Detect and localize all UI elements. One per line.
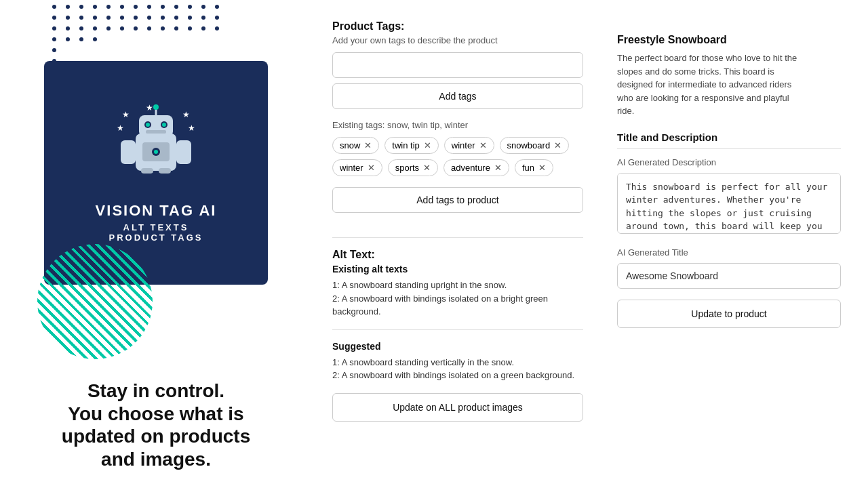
svg-point-2 (79, 5, 83, 9)
product-tags-subtitle: Add your own tags to describe the produc… (332, 35, 583, 45)
svg-rect-59 (141, 168, 153, 174)
tag-snow: snow ✕ (332, 137, 379, 154)
svg-rect-46 (139, 115, 173, 137)
svg-rect-55 (176, 140, 191, 164)
svg-point-14 (66, 16, 70, 20)
svg-point-7 (147, 5, 151, 9)
svg-point-5 (120, 5, 124, 9)
svg-point-19 (134, 16, 138, 20)
product-name: Freestyle Snowboard (617, 34, 841, 46)
remove-tag-snowboard[interactable]: ✕ (554, 141, 561, 150)
svg-rect-60 (159, 168, 171, 174)
tag-adventure: adventure ✕ (443, 159, 509, 176)
tag-sports: sports ✕ (388, 159, 438, 176)
svg-point-4 (106, 5, 111, 9)
svg-point-1 (66, 5, 70, 9)
section-divider (332, 237, 583, 238)
svg-point-0 (52, 5, 56, 9)
svg-point-6 (134, 5, 138, 9)
svg-point-11 (201, 5, 205, 9)
svg-point-37 (201, 26, 205, 30)
svg-point-35 (174, 26, 178, 30)
tag-winter-2: winter ✕ (332, 159, 382, 176)
svg-point-28 (79, 26, 83, 30)
alt-text-title: Alt Text: (332, 249, 583, 261)
svg-point-42 (93, 37, 97, 41)
existing-alt-title: Existing alt texts (332, 264, 583, 274)
star-decoration: ★ (188, 123, 195, 133)
svg-point-26 (52, 26, 56, 30)
suggested-title: Suggested (332, 341, 583, 352)
svg-point-20 (147, 16, 151, 20)
tagline-text: Stay in control. You choose what is upda… (55, 380, 257, 470)
svg-point-43 (52, 48, 56, 52)
svg-point-30 (106, 26, 111, 30)
remove-tag-winter-1[interactable]: ✕ (479, 141, 487, 150)
tag-snowboard: snowboard ✕ (500, 137, 570, 154)
middle-panel: Product Tags: Add your own tags to descr… (312, 0, 597, 488)
star-decoration: ★ (182, 110, 190, 119)
right-panel: Freestyle Snowboard The perfect board fo… (597, 0, 868, 488)
star-decoration: ★ (122, 110, 130, 119)
svg-point-32 (134, 26, 138, 30)
svg-rect-54 (121, 140, 136, 164)
svg-point-51 (146, 123, 150, 127)
left-panel: ★ ★ ★ ★ ★ (0, 0, 312, 488)
svg-point-15 (79, 16, 83, 20)
svg-point-39 (52, 37, 56, 41)
svg-point-38 (215, 26, 219, 30)
alt-divider (332, 329, 583, 330)
star-decoration: ★ (146, 103, 153, 113)
existing-alt-item-2: 2: A snowboard with bindings isolated on… (332, 292, 583, 319)
product-description: The perfect board for those who love to … (617, 52, 807, 118)
svg-point-58 (154, 150, 158, 154)
ai-title-input[interactable] (617, 263, 841, 289)
svg-point-22 (174, 16, 178, 20)
update-to-product-button[interactable]: Update to product (617, 300, 841, 328)
tags-container: snow ✕ twin tip ✕ winter ✕ snowboard ✕ w… (332, 137, 583, 176)
svg-point-36 (188, 26, 192, 30)
svg-point-18 (120, 16, 124, 20)
tag-input[interactable] (332, 52, 583, 78)
remove-tag-sports[interactable]: ✕ (423, 163, 431, 172)
add-tags-to-product-button[interactable]: Add tags to product (332, 187, 583, 213)
update-all-images-button[interactable]: Update on ALL product images (332, 393, 583, 422)
existing-tags-label: Existing tags: snow, twin tip, winter (332, 120, 583, 130)
logo-title: VISION TAG AI (96, 202, 217, 220)
svg-point-29 (93, 26, 97, 30)
tag-winter-1: winter ✕ (444, 137, 494, 154)
teal-circle-decoration (37, 244, 153, 359)
svg-point-52 (162, 123, 166, 127)
svg-point-27 (66, 26, 70, 30)
svg-point-17 (106, 16, 111, 20)
product-tags-section: Product Tags: Add your own tags to descr… (332, 20, 583, 226)
product-tags-title: Product Tags: (332, 20, 583, 33)
svg-point-40 (66, 37, 70, 41)
ai-description-textarea[interactable]: This snowboard is perfect for all your w… (617, 173, 841, 234)
svg-point-34 (161, 26, 165, 30)
svg-point-33 (147, 26, 151, 30)
add-tags-button[interactable]: Add tags (332, 83, 583, 109)
remove-tag-fun[interactable]: ✕ (538, 163, 546, 172)
suggested-alt-item-1: 1: A snowboard standing vertically in th… (332, 356, 583, 369)
remove-tag-adventure[interactable]: ✕ (494, 163, 502, 172)
svg-point-41 (79, 37, 83, 41)
remove-tag-winter-2[interactable]: ✕ (368, 163, 375, 172)
svg-point-10 (188, 5, 192, 9)
svg-point-31 (120, 26, 124, 30)
svg-point-9 (174, 5, 178, 9)
ai-description-label: AI Generated Description (617, 157, 841, 167)
tag-fun: fun ✕ (515, 159, 553, 176)
svg-point-8 (161, 5, 165, 9)
svg-point-23 (188, 16, 192, 20)
title-description-section-title: Title and Description (617, 131, 841, 149)
existing-alt-item-1: 1: A snowboard standing upright in the s… (332, 279, 583, 292)
svg-point-25 (215, 16, 219, 20)
remove-tag-snow[interactable]: ✕ (364, 141, 372, 150)
svg-point-3 (93, 5, 97, 9)
remove-tag-twin-tip[interactable]: ✕ (424, 141, 431, 150)
svg-point-16 (93, 16, 97, 20)
tag-twin-tip: twin tip ✕ (384, 137, 438, 154)
svg-point-24 (201, 16, 205, 20)
svg-rect-53 (146, 130, 166, 134)
